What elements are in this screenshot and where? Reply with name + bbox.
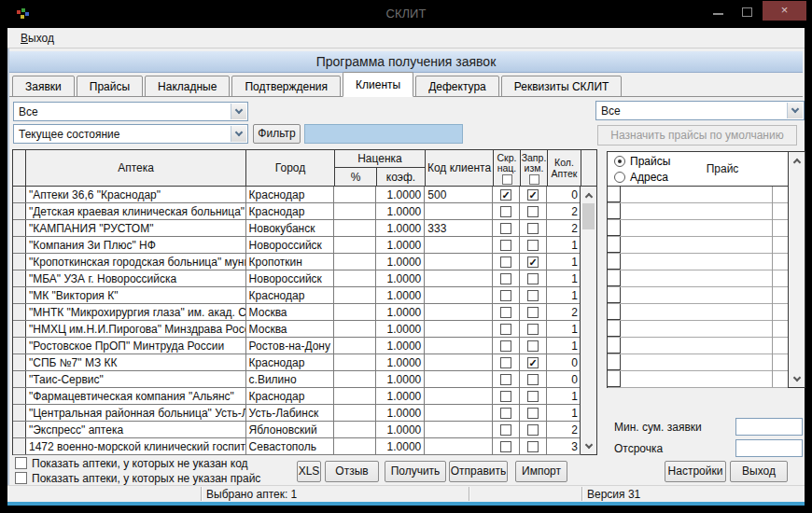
table-row[interactable]: "Центральная районная больница" Усть-Лаб… [13,405,581,422]
forbid-change-checkbox-unchecked-icon[interactable] [527,240,539,251]
min-sum-input[interactable] [735,418,803,436]
table-row[interactable]: "Ростовское ПрОП" Минтруда РоссииРостов-… [13,338,581,354]
footer-button-импорт[interactable]: Импорт [515,461,567,482]
price-list-row[interactable] [608,287,788,304]
tab-7[interactable]: Реквизиты СКЛИТ [501,76,623,97]
forbid-change-checkbox-unchecked-icon[interactable] [527,424,539,436]
forbid-change-checkbox-unchecked-icon[interactable] [527,223,539,234]
table-row[interactable]: "Таис-Сервис"с.Вилино1.00000 [13,371,581,388]
chevron-down-icon[interactable] [231,104,246,119]
price-dropdown[interactable]: Все [595,101,805,120]
tab-4[interactable]: Подтверждения [231,76,341,97]
radio-addresses[interactable]: Адреса [614,170,668,185]
table-row[interactable]: "МБА" УЗА г. НовороссийскаНовороссийск1.… [13,270,581,287]
tab-1[interactable]: Заявки [12,76,75,97]
price-list-row[interactable] [608,321,788,338]
hide-markup-checkbox-unchecked-icon[interactable] [500,324,511,335]
group-dropdown[interactable]: Все [13,102,248,121]
scroll-down-icon[interactable] [789,371,805,386]
menu-exit[interactable]: Выход [15,31,60,46]
forbid-change-header-checkbox[interactable] [529,174,539,185]
show-no-price-checkbox[interactable] [15,472,27,484]
forbid-change-checkbox-unchecked-icon[interactable] [527,408,539,419]
price-list-row[interactable] [608,203,788,220]
hide-markup-checkbox-unchecked-icon[interactable] [500,424,511,436]
scroll-down-icon[interactable] [581,438,596,453]
show-no-code-checkbox[interactable] [15,457,27,469]
hide-markup-checkbox-unchecked-icon[interactable] [500,307,511,318]
forbid-change-checkbox-checked-icon[interactable]: ✓ [527,189,539,201]
forbid-change-checkbox-unchecked-icon[interactable] [527,307,539,318]
prices-list[interactable] [608,187,788,387]
table-row[interactable]: "МК "Виктория К"Краснодар1.00001 [13,287,581,304]
forbid-change-checkbox-unchecked-icon[interactable] [527,206,539,217]
price-list-row[interactable] [608,237,788,254]
table-row[interactable]: 1472 военно-морской клинический госпитал… [13,438,581,455]
tab-3[interactable]: Накладные [145,76,230,97]
hide-markup-checkbox-checked-icon[interactable]: ✓ [500,189,511,201]
col-client-code[interactable]: Код клиента [426,150,494,186]
hide-markup-checkbox-unchecked-icon[interactable] [500,441,511,452]
table-row[interactable]: "КАМПАНИЯ "РУСТОМ"Новокубанск1.00003332 [13,220,581,237]
scroll-up-icon[interactable] [581,187,596,202]
hide-markup-checkbox-unchecked-icon[interactable] [500,408,511,419]
scroll-up-icon[interactable] [789,153,805,168]
deferral-input[interactable] [735,439,803,457]
prices-scrollbar[interactable] [788,152,805,387]
settings-button[interactable]: Настройки [665,461,726,482]
hide-markup-checkbox-unchecked-icon[interactable] [500,357,511,368]
hide-markup-checkbox-unchecked-icon[interactable] [500,240,511,251]
hide-markup-checkbox-unchecked-icon[interactable] [500,374,511,385]
chevron-down-icon[interactable] [231,126,246,142]
tab-2[interactable]: Прайсы [77,76,143,97]
exit-button[interactable]: Выход [730,461,788,482]
table-row[interactable]: "Аптеки 36,6 "Краснодар"Краснодар1.00005… [13,187,581,203]
tab-5[interactable]: Клиенты [343,72,413,97]
price-list-row[interactable] [608,270,788,287]
hide-markup-checkbox-unchecked-icon[interactable] [500,206,511,217]
col-price[interactable]: Прайс [690,162,755,175]
col-city[interactable]: Город [246,150,335,186]
forbid-change-checkbox-unchecked-icon[interactable] [527,374,539,385]
price-list-row[interactable] [608,304,788,321]
hide-markup-header-checkbox[interactable] [502,174,512,185]
scrollbar-thumb[interactable] [582,203,595,229]
price-list-row[interactable] [608,254,788,270]
state-dropdown[interactable]: Текущее состояние [13,124,248,144]
radio-prices[interactable]: Прайсы [614,154,670,169]
table-row[interactable]: "Фармацевтическая компания "Альянс"Красн… [13,388,581,405]
table-row[interactable]: "НМХЦ им.Н.И.Пирогова" Минздрава РоссииМ… [13,321,581,338]
hide-markup-checkbox-unchecked-icon[interactable] [500,340,511,352]
table-row[interactable]: "Кропоткинская городская больница" муниц… [13,254,581,270]
forbid-change-checkbox-unchecked-icon[interactable] [527,391,539,402]
maximize-icon[interactable] [742,7,752,17]
price-list-row[interactable] [608,371,788,388]
forbid-change-checkbox-checked-icon[interactable]: ✓ [527,357,539,368]
hide-markup-checkbox-unchecked-icon[interactable] [500,391,511,402]
hide-markup-checkbox-unchecked-icon[interactable] [500,290,511,301]
filter-input[interactable] [304,124,463,144]
col-coef[interactable]: коэф. [377,168,425,186]
price-list-row[interactable] [608,338,788,354]
close-icon[interactable]: × [763,1,806,21]
forbid-change-checkbox-unchecked-icon[interactable] [527,441,539,452]
hide-markup-checkbox-unchecked-icon[interactable] [500,223,511,234]
footer-button-отправить[interactable]: Отправить [449,461,508,482]
assign-default-prices-button[interactable]: Назначить прайсы по умолчанию [597,125,797,146]
table-row[interactable]: "Детская краевая клиническая больница" м… [13,203,581,220]
forbid-change-checkbox-checked-icon[interactable]: ✓ [527,256,539,268]
table-scrollbar[interactable] [580,187,596,454]
footer-button-xls[interactable]: XLS [297,461,321,482]
tab-6[interactable]: Дефектура [415,76,499,97]
forbid-change-checkbox-unchecked-icon[interactable] [527,340,539,352]
table-row[interactable]: "МНТК "Микрохирургия глаза" им. акад. С.… [13,304,581,321]
footer-button-получить[interactable]: Получить [385,461,446,482]
forbid-change-checkbox-unchecked-icon[interactable] [527,324,539,335]
price-list-row[interactable] [608,187,788,203]
col-markup-label[interactable]: Наценка [335,150,425,168]
col-percent[interactable]: % [335,168,377,186]
price-list-row[interactable] [608,354,788,371]
minimize-icon[interactable] [713,13,723,15]
chevron-down-icon[interactable] [787,103,803,118]
footer-button-отзыв[interactable]: Отзыв [325,461,379,482]
